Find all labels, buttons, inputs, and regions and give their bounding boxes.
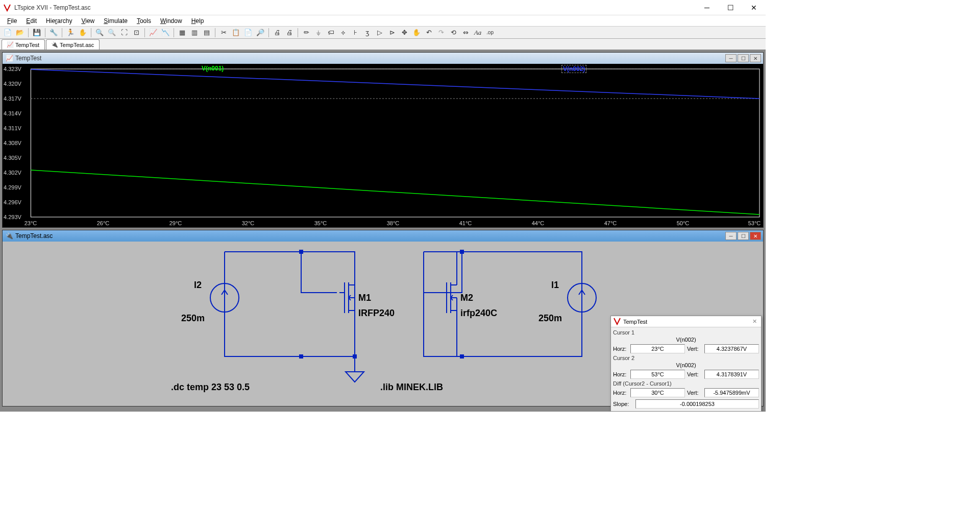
cursor2-signal: V(n002) <box>613 362 759 368</box>
cursor2-vert-value[interactable]: 4.3178391V <box>704 370 759 379</box>
label-net-button[interactable]: 🏷 <box>325 28 336 38</box>
component-value-i2[interactable]: 250m <box>181 313 205 324</box>
window-minimize-button[interactable]: ─ <box>695 0 719 15</box>
schematic-window-titlebar[interactable]: 🔌 TempTest.asc ─ ☐ ✕ <box>3 230 763 242</box>
drag-button[interactable]: ✋ <box>411 28 422 38</box>
new-schematic-button[interactable]: 📄 <box>2 28 13 38</box>
menu-window[interactable]: Window <box>156 16 186 26</box>
component-name-i2[interactable]: I2 <box>194 280 202 291</box>
cascade-windows-button[interactable]: ▥ <box>189 28 200 38</box>
window-title: LTspice XVII - TempTest.asc <box>14 4 91 11</box>
menu-bar: File Edit Hierarchy View Simulate Tools … <box>0 15 766 27</box>
cursor1-vert-value[interactable]: 4.3237867V <box>704 344 759 353</box>
xtick: 32°C <box>242 220 255 226</box>
pick-visible-traces-button[interactable]: 📉 <box>160 28 171 38</box>
component-button[interactable]: ⊳ <box>386 28 398 38</box>
redo-button[interactable]: ↷ <box>435 28 447 38</box>
component-name-m1[interactable]: M1 <box>358 293 371 303</box>
find-button[interactable]: 🔎 <box>255 28 266 38</box>
xtick: 53°C <box>748 220 761 226</box>
ytick: 4.308V <box>4 140 21 146</box>
cursor-window-close-button[interactable]: ✕ <box>748 318 761 325</box>
inductor-button[interactable]: ʒ <box>362 28 373 38</box>
plot-svg <box>3 64 763 227</box>
run-button[interactable]: 🏃 <box>65 28 76 38</box>
cursor-window-titlebar[interactable]: TempTest ✕ <box>611 316 761 327</box>
plot-window-icon: 📈 <box>6 55 13 62</box>
plot-minimize-button[interactable]: ─ <box>725 54 737 62</box>
horz-label: Horz: <box>613 371 628 377</box>
draw-wire-button[interactable]: ✏ <box>301 28 312 38</box>
control-panel-button[interactable]: 🔧 <box>48 28 59 38</box>
menu-file[interactable]: File <box>3 16 21 26</box>
menu-help[interactable]: Help <box>187 16 208 26</box>
cursor1-horz-value[interactable]: 23°C <box>630 344 685 353</box>
resistor-button[interactable]: ⟡ <box>337 28 349 38</box>
capacitor-button[interactable]: ⊦ <box>350 28 361 38</box>
vert-label: Vert: <box>687 371 702 377</box>
xtick: 35°C <box>314 220 327 226</box>
plot-window-titlebar[interactable]: 📈 TempTest ─ ☐ ✕ <box>3 53 763 64</box>
mdi-workspace: 📈 TempTest ─ ☐ ✕ V(n001) V(n002 <box>0 50 766 412</box>
open-button[interactable]: 📂 <box>14 28 26 38</box>
move-button[interactable]: ✥ <box>399 28 410 38</box>
tile-windows-button[interactable]: ▦ <box>177 28 188 38</box>
ground-button[interactable]: ⏚ <box>313 28 324 38</box>
diode-button[interactable]: ▷ <box>374 28 385 38</box>
spice-directive-button[interactable]: .op <box>484 28 496 38</box>
cursor2-horz-value[interactable]: 53°C <box>630 370 685 379</box>
trace-label-vn002[interactable]: V(n002) <box>561 65 586 73</box>
zoom-area-button[interactable]: ⛶ <box>118 28 130 38</box>
cursor1-heading: Cursor 1 <box>613 329 759 336</box>
undo-button[interactable]: ↶ <box>423 28 434 38</box>
text-button[interactable]: Aa <box>472 28 483 38</box>
plot-canvas[interactable]: V(n001) V(n002) 4.323V 4.320V 4.317V 4.3… <box>3 64 763 227</box>
close-window-button[interactable]: ▤ <box>201 28 212 38</box>
tab-plot[interactable]: 📈 TempTest <box>2 39 45 50</box>
schem-minimize-button[interactable]: ─ <box>725 232 737 240</box>
zoom-in-button[interactable]: 🔍 <box>94 28 105 38</box>
rotate-button[interactable]: ⟲ <box>448 28 459 38</box>
menu-view[interactable]: View <box>77 16 99 26</box>
zoom-out-button[interactable]: 🔍 <box>106 28 117 38</box>
tab-schematic[interactable]: 🔌 TempTest.asc <box>46 39 100 50</box>
toolbar-separator <box>298 28 298 37</box>
spice-directive-lib[interactable]: .lib MINEK.LIB <box>380 382 443 393</box>
trace-label-vn001[interactable]: V(n001) <box>202 65 224 72</box>
component-name-m2[interactable]: M2 <box>460 293 473 303</box>
plot-close-button[interactable]: ✕ <box>750 54 761 62</box>
mirror-button[interactable]: ⇔ <box>460 28 471 38</box>
zoom-fit-button[interactable]: ⊡ <box>131 28 142 38</box>
component-value-i1[interactable]: 250m <box>538 313 562 324</box>
schem-close-button[interactable]: ✕ <box>750 232 761 240</box>
app-logo-icon <box>3 4 11 12</box>
menu-edit[interactable]: Edit <box>22 16 41 26</box>
xtick: 26°C <box>97 220 110 226</box>
schem-window-icon: 🔌 <box>6 232 13 240</box>
save-button[interactable]: 💾 <box>31 28 42 38</box>
xtick: 29°C <box>169 220 182 226</box>
menu-tools[interactable]: Tools <box>133 16 155 26</box>
menu-hierarchy[interactable]: Hierarchy <box>42 16 76 26</box>
svg-rect-0 <box>31 69 760 217</box>
schem-maximize-button[interactable]: ☐ <box>738 232 749 240</box>
component-name-i1[interactable]: I1 <box>551 280 559 291</box>
menu-simulate[interactable]: Simulate <box>100 16 132 26</box>
window-maximize-button[interactable]: ☐ <box>719 0 742 15</box>
window-close-button[interactable]: ✕ <box>742 0 766 15</box>
paste-button[interactable]: 📄 <box>242 28 254 38</box>
print-setup-button[interactable]: 🖨 <box>284 28 295 38</box>
print-button[interactable]: 🖨 <box>272 28 283 38</box>
halt-button[interactable]: ✋ <box>77 28 88 38</box>
spice-directive-dc[interactable]: .dc temp 23 53 0.5 <box>171 382 250 393</box>
toolbar-separator <box>62 28 62 37</box>
component-model-m2[interactable]: irfp240C <box>460 308 497 319</box>
component-model-m1[interactable]: IRFP240 <box>358 308 395 319</box>
cursor-readout-window[interactable]: TempTest ✕ Cursor 1 V(n002) Horz: 23°C V… <box>610 316 762 412</box>
autorange-button[interactable]: 📈 <box>148 28 159 38</box>
copy-button[interactable]: 📋 <box>230 28 241 38</box>
document-tabs: 📈 TempTest 🔌 TempTest.asc <box>0 39 766 50</box>
ytick: 4.317V <box>4 95 21 102</box>
plot-maximize-button[interactable]: ☐ <box>738 54 749 62</box>
cut-button[interactable]: ✂ <box>218 28 229 38</box>
